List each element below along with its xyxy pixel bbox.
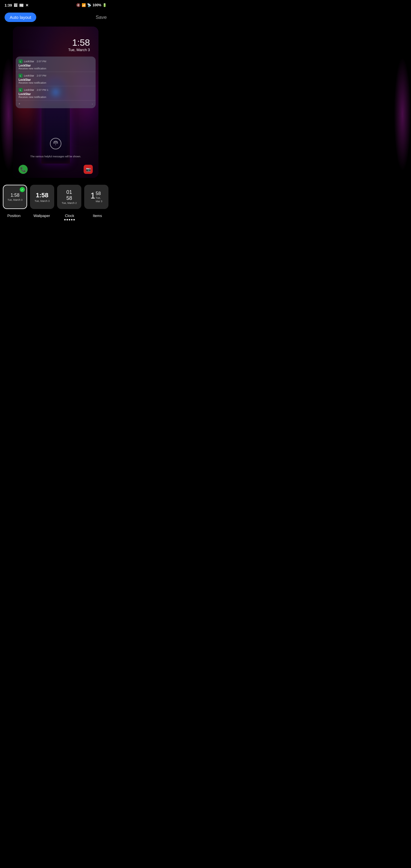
clock-card-4-split: 1 58 Tue, Mar 3 — [91, 191, 102, 203]
status-time: 1:39 — [5, 3, 12, 7]
preview-bottom-icons: 📞 📷 — [13, 165, 98, 174]
tab-position-label: Position — [7, 214, 21, 218]
notif-header-2: L LockStar 2:07 PM — [19, 74, 93, 78]
preview-clock: 1:58 Tue, March 3 — [68, 38, 90, 52]
notif-app-name-1: LockStar — [24, 60, 34, 63]
battery-percent: 100% — [92, 3, 101, 7]
notif-app-name-3: LockStar — [24, 89, 34, 91]
signal-icon: 📡 — [87, 3, 91, 7]
mute-icon: 🔇 — [76, 3, 81, 7]
phone-preview: 1:58 Tue, March 3 L LockStar 2:07 PM Loc… — [13, 27, 98, 178]
top-bar: Auto layout Save — [0, 10, 111, 24]
selected-check-1: ✓ — [20, 187, 25, 192]
clock-card-1[interactable]: ✓ 1:58 Tue, March 3 — [3, 185, 27, 209]
notif-title-3: LockStar — [19, 93, 93, 96]
news-icon: 📰 — [19, 3, 24, 7]
clock-card-4-date-top: Tue, — [96, 196, 102, 199]
notif-time-2: 2:07 PM — [37, 74, 46, 77]
robot-body — [41, 101, 70, 164]
clock-card-3-num2: 58 — [62, 195, 77, 202]
clock-card-4-right: 58 Tue, Mar 3 — [96, 191, 102, 203]
notif-body-2: Receive new notification — [19, 82, 93, 84]
preview-date: Tue, March 3 — [68, 48, 90, 52]
clock-card-4[interactable]: 1 58 Tue, Mar 3 — [84, 185, 108, 209]
wifi-icon: 📶 — [82, 3, 86, 7]
notif-header-1: L LockStar 2:07 PM — [19, 59, 93, 63]
fingerprint-icon — [50, 138, 61, 149]
tab-dot-2 — [66, 219, 68, 220]
tab-items[interactable]: Items — [84, 214, 112, 220]
tab-clock-dots — [64, 219, 75, 220]
tab-wallpaper[interactable]: Wallpaper — [28, 214, 56, 220]
phone-shortcut-icon: 📞 — [19, 165, 28, 174]
close-icon: ✕ — [25, 3, 29, 7]
notif-time-1: 2:07 PM — [37, 60, 46, 63]
notif-body-3: Receive new notification — [19, 96, 93, 98]
tab-dot-1 — [64, 219, 66, 220]
clock-card-2[interactable]: 1:58 Tue, March 3 — [30, 185, 54, 209]
notif-header-3: L LockStar 2:07 PM 1 — [19, 88, 93, 92]
clock-card-3-num1: 01 — [62, 189, 77, 195]
notif-title-2: LockStar — [19, 78, 93, 82]
clock-selector: ✓ 1:58 Tue, March 3 1:58 Tue, March 3 01… — [0, 180, 111, 211]
notification-item-1: L LockStar 2:07 PM LockStar Receive new … — [16, 58, 96, 72]
clock-card-3-date: Tue, March 2 — [62, 202, 77, 205]
notifications-container: L LockStar 2:07 PM LockStar Receive new … — [16, 57, 96, 108]
bottom-tabs: Position Wallpaper Clock Items — [0, 211, 111, 225]
lockstar-icon-3: L — [19, 88, 23, 92]
camera-shortcut-icon: 📷 — [84, 165, 93, 174]
notification-item-2: L LockStar 2:07 PM LockStar Receive new … — [16, 72, 96, 86]
tab-dot-5 — [73, 219, 75, 220]
tab-clock[interactable]: Clock — [56, 214, 84, 220]
notif-time-3: 2:07 PM 1 — [37, 89, 49, 91]
preview-time: 1:58 — [68, 38, 90, 47]
lockstar-icon-2: L — [19, 74, 23, 78]
helper-text: The various helpful messages will be sho… — [13, 155, 98, 158]
battery-icon: 🔋 — [102, 3, 107, 7]
status-bar: 1:39 🖼 📰 ✕ 🔇 📶 📡 100% 🔋 — [0, 0, 111, 10]
photo-icon: 🖼 — [14, 3, 18, 7]
clock-card-1-date: Tue, March 3 — [7, 198, 23, 201]
clock-card-2-date: Tue, March 3 — [35, 199, 50, 203]
tab-position[interactable]: Position — [0, 214, 28, 220]
notif-add-plus: + — [19, 102, 20, 105]
notif-app-name-2: LockStar — [24, 74, 34, 77]
clock-card-3[interactable]: 01 58 Tue, March 2 — [57, 185, 81, 209]
notif-title-1: LockStar — [19, 64, 93, 67]
notification-item-3: L LockStar 2:07 PM 1 LockStar Receive ne… — [16, 86, 96, 100]
clock-card-2-time: 1:58 — [36, 192, 48, 199]
lockstar-icon-1: L — [19, 59, 23, 63]
tab-dot-4 — [71, 219, 72, 220]
tab-items-label: Items — [93, 214, 102, 218]
clock-card-3-stacked: 01 58 Tue, March 2 — [62, 189, 77, 205]
clock-card-4-big: 1 — [91, 191, 95, 200]
notif-add-minus: - — [92, 102, 93, 105]
save-button[interactable]: Save — [96, 14, 107, 20]
clock-card-4-date-bottom: Mar 3 — [96, 200, 102, 203]
clock-card-4-small: 58 — [96, 191, 102, 196]
clock-card-1-time: 1:58 — [10, 193, 20, 198]
notif-body-1: Receive new notification — [19, 67, 93, 70]
tab-dot-3 — [69, 219, 70, 220]
status-right: 🔇 📶 📡 100% 🔋 — [76, 3, 107, 7]
status-left: 1:39 🖼 📰 ✕ — [5, 3, 29, 7]
tab-clock-label: Clock — [65, 214, 74, 218]
tab-wallpaper-label: Wallpaper — [33, 214, 50, 218]
auto-layout-button[interactable]: Auto layout — [5, 12, 36, 22]
notif-add-row: + - — [16, 100, 96, 107]
